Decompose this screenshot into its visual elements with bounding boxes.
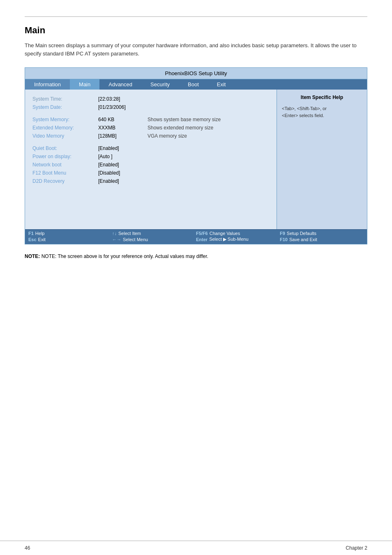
row-system-time: System Time: [22:03:28] xyxy=(32,96,269,102)
row-f12-boot-menu: F12 Boot Menu [Disabled] xyxy=(32,170,269,176)
row-system-date: System Date: [01/23/2006] xyxy=(32,104,269,110)
key-f10: F10 xyxy=(280,237,288,242)
desc-change-values: Change Values xyxy=(210,231,240,236)
footer-row-1: F1 Help ↑↓ Select Item F5/F6 Change Valu… xyxy=(28,231,364,236)
row-video-memory: Video Memory [128MB] VGA memory size xyxy=(32,133,269,139)
label-network-boot: Network boot xyxy=(32,162,98,168)
nav-boot[interactable]: Boot xyxy=(179,79,208,90)
value-network-boot[interactable]: [Enabled] xyxy=(98,162,148,168)
nav-information[interactable]: Information xyxy=(25,79,70,90)
footer-f10: F10 Save and Exit xyxy=(280,237,364,242)
footer-arrows-1: ↑↓ Select Item xyxy=(112,231,196,236)
key-esc: Esc xyxy=(28,237,37,242)
arrow-updown: ↑↓ xyxy=(112,231,117,236)
desc-save-exit: Save and Exit xyxy=(289,237,317,242)
chapter-label: Chapter 2 xyxy=(346,545,367,551)
row-d2d-recovery: D2D Recovery [Enabled] xyxy=(32,178,269,184)
value-system-date[interactable]: [01/23/2006] xyxy=(98,104,148,110)
key-f1: F1 xyxy=(28,231,34,236)
footer-row-2: Esc Exit ←→ Select Menu Enter Select ▶ S… xyxy=(28,237,364,242)
desc-setup-defaults: Setup Defaults xyxy=(287,231,316,236)
row-network-boot: Network boot [Enabled] xyxy=(32,162,269,168)
label-d2d-recovery: D2D Recovery xyxy=(32,178,98,184)
key-enter: Enter xyxy=(196,237,208,242)
help-text: <Tab>, <Shift-Tab>, or<Enter> selects fi… xyxy=(282,105,362,119)
nav-main[interactable]: Main xyxy=(70,79,99,90)
label-power-on-display: Power on display: xyxy=(32,154,98,159)
bios-content: System Time: [22:03:28] System Date: [01… xyxy=(25,90,367,229)
row-quiet-boot: Quiet Boot: [Enabled] xyxy=(32,145,269,151)
value-power-on-display[interactable]: [Auto ] xyxy=(98,154,148,159)
desc-help: Help xyxy=(35,231,45,236)
desc-select-submenu: Select ▶ Sub-Menu xyxy=(209,237,248,242)
value-d2d-recovery[interactable]: [Enabled] xyxy=(98,178,148,184)
footer-enter: Enter Select ▶ Sub-Menu xyxy=(196,237,280,242)
bios-title-bar: PhoenixBIOS Setup Utility xyxy=(25,68,367,79)
top-divider xyxy=(25,16,367,17)
bios-nav-bar: Information Main Advanced Security Boot … xyxy=(25,79,367,90)
row-power-on-display: Power on display: [Auto ] xyxy=(32,154,269,159)
value-system-memory: 640 KB xyxy=(98,117,148,122)
desc-extended-memory: Shows extended memory size xyxy=(148,125,213,131)
bios-utility-box: PhoenixBIOS Setup Utility Information Ma… xyxy=(25,67,367,244)
footer-esc: Esc Exit xyxy=(28,237,112,242)
desc-system-memory: Shows system base memory size xyxy=(148,117,221,122)
value-extended-memory: XXXMB xyxy=(98,125,148,131)
label-system-date: System Date: xyxy=(32,104,98,110)
spacer-2 xyxy=(32,141,269,145)
footer-f1: F1 Help xyxy=(28,231,112,236)
page-title: Main xyxy=(25,25,367,36)
nav-security[interactable]: Security xyxy=(141,79,179,90)
footer-f9: F9 Setup Defaults xyxy=(280,231,364,236)
arrow-leftright: ←→ xyxy=(112,237,121,242)
bios-main-panel: System Time: [22:03:28] System Date: [01… xyxy=(25,90,277,229)
label-quiet-boot: Quiet Boot: xyxy=(32,145,98,151)
bottom-bar: 46 Chapter 2 xyxy=(0,541,392,555)
label-system-memory: System Memory: xyxy=(32,117,98,122)
label-system-time: System Time: xyxy=(32,96,98,102)
footer-arrows-2: ←→ Select Menu xyxy=(112,237,196,242)
footer-f5f6: F5/F6 Change Values xyxy=(196,231,280,236)
nav-exit[interactable]: Exit xyxy=(208,79,235,90)
note-content: NOTE: The screen above is for your refer… xyxy=(42,253,208,259)
page-description: The Main screen displays a summary of yo… xyxy=(25,41,367,58)
desc-select-item: Select Item xyxy=(118,231,141,236)
key-f9: F9 xyxy=(280,231,285,236)
desc-exit: Exit xyxy=(38,237,46,242)
note-bold: NOTE: xyxy=(25,253,40,259)
page-number: 46 xyxy=(25,545,30,551)
nav-advanced[interactable]: Advanced xyxy=(99,79,141,90)
label-video-memory: Video Memory xyxy=(32,133,98,139)
desc-video-memory: VGA memory size xyxy=(148,133,187,139)
bios-help-panel: Item Specific Help <Tab>, <Shift-Tab>, o… xyxy=(277,90,367,229)
bios-footer: F1 Help ↑↓ Select Item F5/F6 Change Valu… xyxy=(25,229,367,244)
value-f12-boot-menu[interactable]: [Disabled] xyxy=(98,170,148,176)
value-quiet-boot[interactable]: [Enabled] xyxy=(98,145,148,151)
label-extended-memory: Extended Memory: xyxy=(32,125,98,131)
spacer-1 xyxy=(32,113,269,117)
row-system-memory: System Memory: 640 KB Shows system base … xyxy=(32,117,269,122)
value-video-memory: [128MB] xyxy=(98,133,148,139)
value-system-time[interactable]: [22:03:28] xyxy=(98,96,148,102)
help-title: Item Specific Help xyxy=(282,94,362,100)
label-f12-boot-menu: F12 Boot Menu xyxy=(32,170,98,176)
row-extended-memory: Extended Memory: XXXMB Shows extended me… xyxy=(32,125,269,131)
note-text: NOTE: NOTE: The screen above is for your… xyxy=(25,253,367,260)
key-f5f6: F5/F6 xyxy=(196,231,208,236)
desc-select-menu: Select Menu xyxy=(123,237,148,242)
